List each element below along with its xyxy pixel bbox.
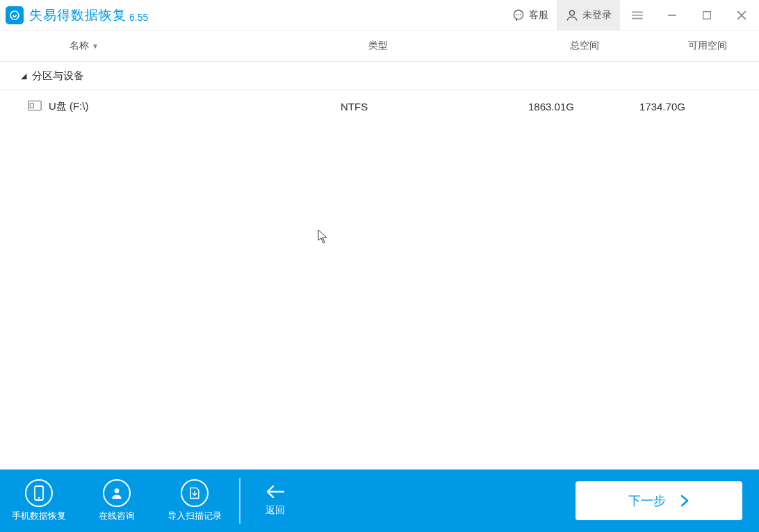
sort-caret-icon: ▼ — [92, 42, 99, 50]
import-scan-button[interactable]: 导入扫描记录 — [156, 469, 234, 532]
maximize-button[interactable] — [689, 0, 724, 31]
support-button[interactable]: 客服 — [503, 0, 557, 31]
menu-button[interactable] — [620, 0, 655, 31]
device-row[interactable]: U盘 (F:\) NTFS 1863.01G 1734.70G — [0, 90, 759, 122]
back-button[interactable]: 返回 — [266, 469, 285, 532]
svg-point-11 — [115, 488, 120, 493]
drive-icon — [28, 100, 42, 113]
maximize-icon — [701, 10, 712, 21]
chevron-right-icon — [680, 494, 689, 507]
device-type: NTFS — [292, 101, 500, 113]
back-label: 返回 — [266, 504, 285, 517]
column-name-label: 名称 — [70, 40, 89, 52]
column-header-total[interactable]: 总空间 — [500, 40, 639, 52]
chat-icon — [512, 8, 525, 22]
close-button[interactable] — [724, 0, 759, 31]
bottombar: 手机数据恢复 在线咨询 导入扫描记录 返回 下一步 — [0, 469, 759, 532]
titlebar: 失易得数据恢复 6.55 客服 未登录 — [0, 0, 759, 31]
svg-point-0 — [10, 11, 19, 19]
login-button[interactable]: 未登录 — [557, 0, 620, 31]
svg-point-5 — [570, 10, 575, 15]
section-partitions-devices[interactable]: ◢ 分区与设备 — [0, 61, 759, 90]
online-consult-button[interactable]: 在线咨询 — [78, 469, 156, 532]
divider — [239, 478, 240, 524]
import-icon — [181, 479, 209, 507]
phone-recovery-button[interactable]: 手机数据恢复 — [0, 469, 78, 532]
app-title: 失易得数据恢复 — [29, 6, 126, 24]
column-header-name[interactable]: 名称 ▼ — [28, 40, 292, 52]
column-header-type[interactable]: 类型 — [292, 40, 500, 52]
svg-point-4 — [520, 14, 521, 15]
app-logo-icon — [6, 6, 24, 24]
svg-point-3 — [518, 14, 519, 15]
svg-rect-6 — [703, 11, 711, 19]
user-icon — [565, 8, 579, 22]
device-total: 1863.01G — [500, 101, 639, 113]
minimize-button[interactable] — [655, 0, 689, 31]
svg-point-2 — [516, 14, 517, 15]
close-icon — [735, 8, 749, 22]
collapse-caret-icon: ◢ — [21, 72, 26, 81]
svg-rect-8 — [30, 103, 33, 108]
device-name: U盘 (F:\) — [49, 100, 89, 113]
phone-icon — [25, 479, 53, 507]
online-consult-label: 在线咨询 — [99, 510, 135, 522]
hamburger-icon — [630, 8, 645, 23]
device-free: 1734.70G — [639, 101, 742, 113]
import-scan-label: 导入扫描记录 — [168, 510, 222, 522]
next-label: 下一步 — [628, 492, 666, 509]
support-label: 客服 — [529, 9, 548, 22]
svg-point-10 — [38, 497, 40, 499]
arrow-left-icon — [266, 485, 285, 499]
section-label: 分区与设备 — [32, 69, 84, 83]
cursor-icon — [318, 229, 329, 244]
person-icon — [103, 479, 131, 507]
minimize-icon — [665, 8, 679, 22]
app-version: 6.55 — [129, 12, 148, 23]
column-header-free[interactable]: 可用空间 — [639, 40, 742, 52]
next-button[interactable]: 下一步 — [576, 481, 742, 520]
login-label: 未登录 — [582, 9, 612, 22]
table-header: 名称 ▼ 类型 总空间 可用空间 — [0, 31, 759, 61]
phone-recovery-label: 手机数据恢复 — [12, 510, 66, 522]
